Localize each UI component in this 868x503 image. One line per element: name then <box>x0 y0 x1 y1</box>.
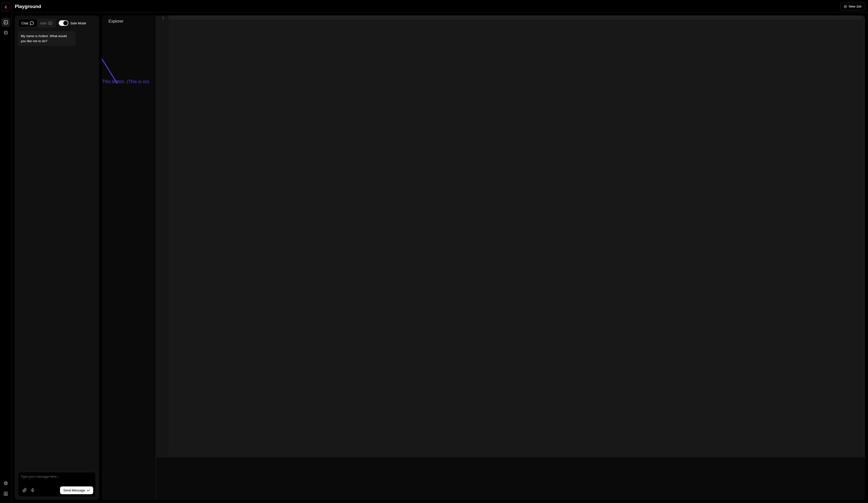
terminal-square-icon <box>3 20 8 24</box>
toggle-knob <box>63 21 68 25</box>
microphone-icon <box>30 488 35 492</box>
send-message-button[interactable]: Send Message <box>60 486 93 494</box>
chat-panel: Chat Jobs <box>15 15 99 500</box>
chat-tab-group: Chat Jobs <box>18 19 56 28</box>
chat-input-area: Send Message <box>18 472 96 497</box>
explorer-title: Explorer <box>108 19 149 24</box>
editor-gutter: 1 <box>156 15 168 457</box>
sidebar-item-help[interactable] <box>1 479 10 488</box>
svg-point-3 <box>5 482 7 484</box>
sidebar-item-account[interactable] <box>1 490 10 498</box>
sidebar-item-playground[interactable] <box>1 18 10 27</box>
safe-mode-label: Safe Mode <box>70 21 86 25</box>
svg-point-5 <box>5 493 7 494</box>
tab-chat-label: Chat <box>21 21 28 25</box>
chat-bubble-icon <box>30 21 34 25</box>
current-line-highlight <box>168 16 862 19</box>
sidebar-item-database[interactable] <box>1 29 10 37</box>
line-number: 1 <box>156 16 164 20</box>
enter-icon <box>87 489 90 492</box>
new-job-label: New Job <box>849 4 861 8</box>
header: Playground New Job <box>12 0 868 12</box>
sidebar <box>0 0 12 503</box>
svg-point-1 <box>4 31 7 32</box>
workspace-panel: Explorer 1 <box>102 15 865 500</box>
tab-chat[interactable]: Chat <box>19 19 37 27</box>
ardent-logo-icon <box>4 5 8 9</box>
database-icon <box>3 31 8 35</box>
safe-mode-toggle[interactable] <box>59 20 68 26</box>
vertical-scrollbar[interactable] <box>862 15 865 457</box>
svg-rect-7 <box>49 22 52 24</box>
lifebuoy-icon <box>3 481 8 485</box>
user-square-icon <box>3 491 8 496</box>
plus-circle-icon <box>844 5 847 8</box>
paperclip-icon <box>22 488 27 492</box>
microphone-button[interactable] <box>29 486 37 494</box>
page-title: Playground <box>15 4 41 9</box>
terminal-icon <box>48 21 52 25</box>
editor-pane: 1 <box>156 15 865 500</box>
send-label: Send Message <box>63 489 85 492</box>
tab-jobs[interactable]: Jobs <box>37 19 55 27</box>
code-area[interactable] <box>168 15 862 457</box>
assistant-message: My name is Ardent. What would you like m… <box>18 31 75 46</box>
editor-content[interactable]: 1 <box>156 15 865 457</box>
message-input[interactable] <box>21 475 93 483</box>
explorer-pane: Explorer <box>102 15 156 500</box>
app-logo[interactable] <box>1 2 10 11</box>
tab-jobs-label: Jobs <box>40 21 46 25</box>
new-job-button[interactable]: New Job <box>840 2 865 10</box>
attach-button[interactable] <box>21 486 29 494</box>
